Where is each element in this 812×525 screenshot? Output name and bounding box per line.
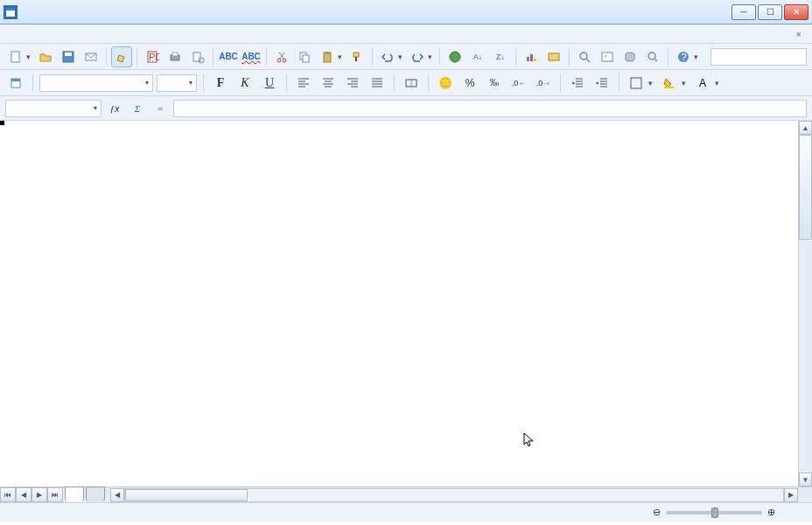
edit-mode-button[interactable] bbox=[111, 46, 132, 67]
open-button[interactable] bbox=[35, 46, 56, 67]
font-name-combo[interactable]: ▾ bbox=[39, 74, 153, 92]
currency-button[interactable]: 🪙 bbox=[435, 73, 456, 94]
scroll-up-button[interactable]: ▲ bbox=[799, 121, 812, 135]
svg-point-24 bbox=[580, 52, 587, 60]
scroll-down-button[interactable]: ▼ bbox=[799, 472, 812, 486]
svg-rect-23 bbox=[549, 53, 559, 60]
svg-rect-35 bbox=[664, 87, 675, 88]
vscroll-thumb[interactable] bbox=[799, 135, 812, 240]
menu-daten[interactable] bbox=[79, 32, 89, 36]
scroll-right-button[interactable]: ▶ bbox=[784, 488, 798, 502]
bg-color-button[interactable] bbox=[659, 73, 680, 94]
menu-ansicht[interactable] bbox=[30, 32, 40, 36]
percent-button[interactable]: % bbox=[459, 73, 480, 94]
print-button[interactable] bbox=[164, 46, 186, 67]
menu-bearbeiten[interactable] bbox=[18, 32, 28, 36]
menu-extras[interactable] bbox=[66, 32, 77, 36]
italic-button[interactable]: K bbox=[234, 73, 256, 94]
spellcheck-button[interactable]: ABC bbox=[218, 46, 239, 67]
copy-button[interactable] bbox=[294, 46, 315, 67]
align-center-button[interactable] bbox=[318, 73, 339, 94]
underline-button[interactable]: U bbox=[259, 73, 280, 94]
sum-button[interactable]: Σ bbox=[128, 100, 147, 117]
menu-datei[interactable] bbox=[5, 32, 16, 36]
svg-rect-18 bbox=[326, 52, 329, 54]
zoom-in-icon[interactable]: ⊕ bbox=[767, 507, 775, 518]
vertical-scrollbar[interactable]: ▲ ▼ bbox=[798, 121, 812, 486]
print-preview-button[interactable] bbox=[187, 46, 208, 67]
spreadsheet-grid[interactable] bbox=[0, 121, 798, 486]
increase-indent-button[interactable] bbox=[592, 73, 612, 94]
scroll-left-button[interactable]: ◀ bbox=[110, 488, 124, 502]
save-button[interactable] bbox=[58, 46, 79, 67]
gallery-button[interactable] bbox=[597, 46, 618, 67]
datasources-button[interactable] bbox=[620, 46, 640, 67]
bold-button[interactable]: F bbox=[210, 73, 231, 94]
svg-rect-25 bbox=[602, 52, 612, 61]
formatting-toolbar: ▾ ▾ F K U 🪙 % ‰ .0← .0→ ▾ ▾ A▾ bbox=[0, 70, 812, 96]
sheet-tab-2004[interactable] bbox=[65, 486, 84, 501]
hscroll-thumb[interactable] bbox=[125, 489, 248, 501]
svg-rect-5 bbox=[65, 52, 72, 56]
menu-einfuegen[interactable] bbox=[42, 32, 52, 36]
search-input[interactable] bbox=[710, 48, 807, 66]
add-decimal-button[interactable]: .0← bbox=[508, 73, 529, 94]
align-justify-button[interactable] bbox=[367, 73, 388, 94]
chart-button[interactable] bbox=[521, 46, 542, 67]
redo-button[interactable] bbox=[407, 46, 428, 67]
undo-button[interactable] bbox=[377, 46, 398, 67]
del-decimal-button[interactable]: .0→ bbox=[533, 73, 554, 94]
help-button[interactable]: ? bbox=[673, 46, 694, 67]
navigator-button[interactable] bbox=[574, 46, 595, 67]
app-icon bbox=[4, 5, 18, 19]
sheet-tab-2005[interactable] bbox=[86, 486, 105, 501]
paste-button[interactable] bbox=[317, 46, 338, 67]
maximize-button[interactable]: ☐ bbox=[758, 4, 782, 20]
menu-format[interactable] bbox=[54, 32, 65, 36]
font-size-combo[interactable]: ▾ bbox=[157, 74, 197, 92]
hyperlink-button[interactable] bbox=[444, 46, 466, 67]
auto-spellcheck-button[interactable]: ABC bbox=[241, 46, 262, 67]
email-button[interactable] bbox=[80, 46, 102, 67]
format-paintbrush-button[interactable] bbox=[346, 46, 368, 67]
decrease-indent-button[interactable] bbox=[567, 73, 588, 94]
align-left-button[interactable] bbox=[293, 73, 314, 94]
svg-text:PDF: PDF bbox=[149, 52, 159, 62]
formula-input[interactable] bbox=[173, 100, 807, 117]
svg-text:?: ? bbox=[682, 52, 687, 62]
sort-asc-button[interactable]: A↓ bbox=[467, 46, 488, 67]
tab-nav-prev[interactable]: ◀ bbox=[16, 487, 32, 502]
minimize-button[interactable]: ─ bbox=[732, 4, 756, 20]
svg-rect-10 bbox=[172, 52, 178, 56]
zoom-thumb[interactable] bbox=[711, 508, 718, 518]
tab-nav-first[interactable]: ⏮ bbox=[0, 487, 16, 502]
merge-cells-button[interactable] bbox=[401, 73, 422, 94]
tab-nav-last[interactable]: ⏭ bbox=[47, 487, 63, 502]
styles-button[interactable] bbox=[5, 73, 26, 94]
svg-rect-21 bbox=[530, 54, 533, 61]
zoom-out-icon[interactable]: ⊖ bbox=[653, 507, 661, 518]
menubar: × bbox=[0, 24, 812, 44]
zoom-button[interactable] bbox=[642, 46, 663, 67]
menu-close-icon[interactable]: × bbox=[791, 29, 807, 39]
name-box[interactable]: ▾ bbox=[5, 100, 102, 117]
align-right-button[interactable] bbox=[342, 73, 363, 94]
new-doc-button[interactable] bbox=[5, 46, 26, 67]
close-button[interactable]: ✕ bbox=[784, 4, 808, 20]
function-wizard-button[interactable]: ƒx bbox=[105, 100, 124, 117]
zoom-slider[interactable]: ⊖ ⊕ bbox=[653, 507, 775, 518]
export-pdf-button[interactable]: PDF bbox=[142, 46, 163, 67]
borders-button[interactable] bbox=[626, 73, 647, 94]
mouse-cursor-icon bbox=[523, 432, 537, 448]
cut-button[interactable] bbox=[271, 46, 292, 67]
sheet-tab-row: ⏮ ◀ ▶ ⏭ ◀ ▶ bbox=[0, 486, 812, 502]
standard-format-button[interactable]: ‰ bbox=[484, 73, 505, 94]
menu-fenster[interactable] bbox=[91, 32, 102, 36]
font-color-button[interactable]: A bbox=[692, 73, 713, 94]
menu-hilfe[interactable] bbox=[103, 32, 114, 36]
show-draw-button[interactable] bbox=[543, 46, 564, 67]
equals-button[interactable]: = bbox=[150, 100, 170, 117]
horizontal-scrollbar[interactable]: ◀ ▶ bbox=[110, 487, 798, 502]
sort-desc-button[interactable]: Z↓ bbox=[490, 46, 511, 67]
tab-nav-next[interactable]: ▶ bbox=[32, 487, 47, 502]
